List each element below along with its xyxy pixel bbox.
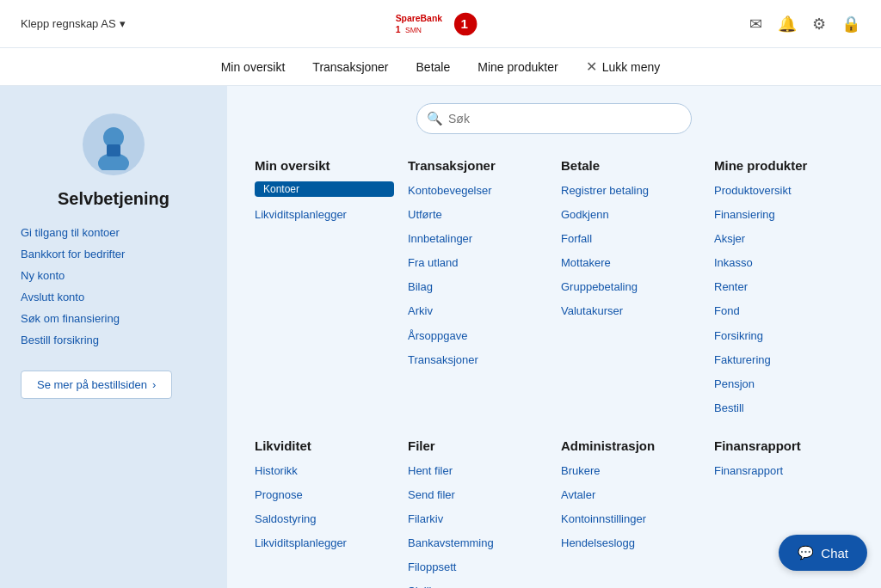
search-wrap: 🔍 [416,103,692,134]
menu-grid: Min oversiktKontoerLikviditsplanleggerTr… [255,158,853,588]
menu-link-filer-0[interactable]: Hent filer [408,462,547,481]
lock-icon[interactable]: 🔒 [841,15,860,34]
menu-link-betale-4[interactable]: Gruppebetaling [561,278,700,297]
menu-link-administrasjon-0[interactable]: Brukere [561,462,700,481]
menu-badge-min-oversikt: Kontoer [255,181,394,197]
menu-section-transaksjoner: TransaksjonerKontobevegelserUtførteInnbe… [408,158,547,418]
menu-link-mine-produkter-6[interactable]: Forsikring [714,327,853,346]
chat-button[interactable]: 💬 Chat [779,535,867,571]
menu-link-mine-produkter-0[interactable]: Produktoversikt [714,181,853,200]
menu-link-administrasjon-1[interactable]: Avtaler [561,486,700,505]
header-icons: ✉ 🔔 ⚙ 🔒 [749,15,860,34]
menu-link-filer-2[interactable]: Filarkiv [408,510,547,529]
search-bar: 🔍 [255,103,853,134]
menu-link-transaksjoner-7[interactable]: Transaksjoner [408,351,547,370]
menu-link-mine-produkter-9[interactable]: Bestill [714,399,853,418]
menu-link-transaksjoner-5[interactable]: Arkiv [408,302,547,321]
company-name: Klepp regnskap AS [21,17,116,30]
logo-svg: SpareBank 1 SMN 1 [390,9,484,40]
menu-link-betale-1[interactable]: Godkjenn [561,205,700,224]
close-icon: ✕ [586,58,597,75]
arrow-right-icon: › [152,378,156,391]
menu-section-title-filer: Filer [408,438,547,453]
menu-link-mine-produkter-3[interactable]: Inkasso [714,254,853,273]
sidebar: Selvbetjening Gi tilgang til kontoer Ban… [0,86,227,588]
menu-link-filer-4[interactable]: Filoppsett [408,558,547,577]
navbar: Min oversikt Transaksjoner Betale Mine p… [0,48,881,86]
menu-link-transaksjoner-1[interactable]: Utførte [408,205,547,224]
chat-label: Chat [821,546,848,560]
menu-link-filer-5[interactable]: Sigill [408,582,547,588]
menu-link-betale-5[interactable]: Valutakurser [561,302,700,321]
company-selector[interactable]: Klepp regnskap AS ▾ [21,17,126,30]
nav-transaksjoner[interactable]: Transaksjoner [312,60,388,74]
nav-betale[interactable]: Betale [416,60,451,74]
close-menu-button[interactable]: ✕ Lukk meny [586,58,661,75]
nav-min-oversikt[interactable]: Min oversikt [221,60,286,74]
menu-section-min-oversikt: Min oversiktKontoerLikviditsplanlegger [255,158,394,418]
svg-text:1: 1 [396,25,401,34]
menu-link-mine-produkter-1[interactable]: Finansiering [714,205,853,224]
content-area: 🔍 Min oversiktKontoerLikviditsplanlegger… [227,86,881,588]
menu-link-mine-produkter-8[interactable]: Pensjon [714,375,853,394]
header: Klepp regnskap AS ▾ SpareBank 1 SMN 1 ✉ … [0,0,881,48]
sidebar-link-4[interactable]: Søk om finansiering [21,312,206,325]
main-content: Selvbetjening Gi tilgang til kontoer Ban… [0,86,881,588]
menu-link-likviditet-0[interactable]: Historikk [255,462,394,481]
search-icon: 🔍 [427,111,443,126]
menu-link-mine-produkter-4[interactable]: Renter [714,278,853,297]
see-more-button[interactable]: Se mer på bestillsiden › [21,371,172,399]
menu-link-transaksjoner-3[interactable]: Fra utland [408,254,547,273]
menu-link-betale-3[interactable]: Mottakere [561,254,700,273]
nav-mine-produkter[interactable]: Mine produkter [477,60,558,74]
menu-link-transaksjoner-2[interactable]: Innbetalinger [408,230,547,248]
menu-link-min-oversikt-0[interactable]: Likviditsplanlegger [255,205,394,224]
chat-bubble-icon: 💬 [798,545,814,560]
chevron-down-icon: ▾ [120,17,126,30]
menu-link-filer-3[interactable]: Bankavstemming [408,534,547,553]
svg-rect-8 [107,144,120,156]
sidebar-link-2[interactable]: Ny konto [21,269,206,282]
menu-section-filer: FilerHent filerSend filerFilarkivBankavs… [408,438,547,588]
menu-section-likviditet: LikviditetHistorikkPrognoseSaldostyringL… [255,438,394,588]
menu-link-transaksjoner-0[interactable]: Kontobevegelser [408,181,547,200]
sidebar-link-1[interactable]: Bankkort for bedrifter [21,248,206,260]
menu-link-administrasjon-3[interactable]: Hendelseslogg [561,534,700,553]
svg-text:SpareBank: SpareBank [396,14,443,23]
svg-text:1: 1 [461,15,468,30]
settings-icon[interactable]: ⚙ [812,15,826,34]
menu-link-transaksjoner-6[interactable]: Årsoppgave [408,327,547,346]
menu-section-betale: BetaleRegistrer betalingGodkjennForfallM… [561,158,700,418]
menu-link-finansrapport-0[interactable]: Finansrapport [714,462,853,481]
menu-link-likviditet-1[interactable]: Prognose [255,486,394,505]
menu-link-mine-produkter-2[interactable]: Aksjer [714,230,853,248]
menu-section-title-transaksjoner: Transaksjoner [408,158,547,173]
sidebar-link-5[interactable]: Bestill forsikring [21,334,206,346]
sidebar-title: Selvbetjening [21,189,206,209]
menu-section-administrasjon: AdministrasjonBrukereAvtalerKontoinnstil… [561,438,700,588]
menu-link-betale-2[interactable]: Forfall [561,230,700,248]
sidebar-link-0[interactable]: Gi tilgang til kontoer [21,226,206,239]
mail-icon[interactable]: ✉ [749,15,762,34]
menu-section-title-min-oversikt: Min oversikt [255,158,394,173]
menu-link-likviditet-2[interactable]: Saldostyring [255,510,394,529]
menu-link-filer-1[interactable]: Send filer [408,486,547,505]
avatar [83,113,145,175]
menu-link-mine-produkter-7[interactable]: Fakturering [714,351,853,370]
svg-text:SMN: SMN [405,26,422,34]
notifications-icon[interactable]: 🔔 [778,15,797,34]
see-more-label: Se mer på bestillsiden [37,378,147,391]
sidebar-link-3[interactable]: Avslutt konto [21,291,206,303]
menu-link-transaksjoner-4[interactable]: Bilag [408,278,547,297]
menu-section-title-betale: Betale [561,158,700,173]
menu-section-title-mine-produkter: Mine produkter [714,158,853,173]
search-input[interactable] [416,103,692,134]
logo: SpareBank 1 SMN 1 [390,9,484,40]
menu-link-likviditet-3[interactable]: Likviditsplanlegger [255,534,394,553]
menu-link-betale-0[interactable]: Registrer betaling [561,181,700,200]
menu-link-mine-produkter-5[interactable]: Fond [714,302,853,321]
menu-section-title-finansrapport: Finansrapport [714,438,853,453]
menu-link-administrasjon-2[interactable]: Kontoinnstillinger [561,510,700,529]
sidebar-links: Gi tilgang til kontoer Bankkort for bedr… [21,226,206,346]
menu-section-title-likviditet: Likviditet [255,438,394,453]
